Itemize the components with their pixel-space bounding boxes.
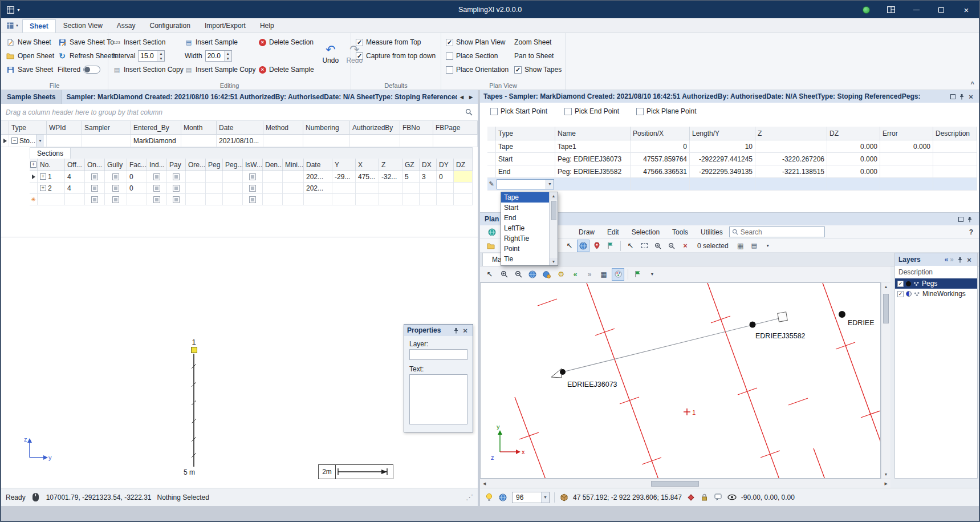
column-header[interactable]: Month [181, 121, 217, 135]
place-section-checkbox[interactable]: Place Section [446, 49, 509, 63]
pin-icon[interactable] [965, 215, 974, 224]
resize-grip-icon[interactable]: ⋰ [466, 493, 473, 501]
section-column-header[interactable]: Off... [65, 159, 85, 171]
interval-down-icon[interactable] [157, 56, 164, 61]
light-bulb-icon[interactable] [485, 493, 494, 502]
column-header[interactable]: Method [263, 121, 303, 135]
width-up-icon[interactable] [225, 51, 231, 56]
menu-selection[interactable]: Selection [625, 225, 666, 239]
pin-icon[interactable] [957, 92, 966, 101]
column-header[interactable]: WPId [47, 121, 82, 135]
cell-checkbox[interactable] [173, 173, 180, 180]
section-column-header[interactable]: Ind... [147, 159, 167, 171]
delete-sample-button[interactable]: Delete Sample [259, 63, 314, 76]
properties-titlebar[interactable]: Properties [404, 325, 473, 336]
select-rect-icon[interactable] [638, 240, 650, 252]
restore-icon[interactable] [948, 92, 957, 101]
capture-top-down-checkbox[interactable]: Capture from top down [356, 49, 436, 63]
pan-to-sheet-button[interactable]: Pan to Sheet [514, 49, 562, 63]
column-header[interactable]: Entered_By [131, 121, 181, 135]
section-column-header[interactable]: Fac... [127, 159, 147, 171]
cell-checkbox[interactable] [112, 173, 119, 180]
tape-start-marker[interactable] [551, 369, 562, 378]
width-down-icon[interactable] [225, 56, 231, 61]
dropdown-option[interactable]: Start [501, 203, 549, 213]
deselect-icon[interactable]: × [679, 240, 692, 252]
scroll-right-icon[interactable]: ▶ [885, 481, 890, 486]
sheet-type-dropdown-icon[interactable] [36, 135, 44, 147]
dropdown-scrollbar[interactable]: ▲ ▼ [549, 192, 558, 265]
menu-utilities[interactable]: Utilities [694, 225, 729, 239]
tapes-column-header[interactable]: Error [880, 127, 933, 140]
globe-icon[interactable] [498, 493, 507, 502]
close-button[interactable] [954, 1, 979, 18]
section-point-cross-icon[interactable] [684, 408, 690, 415]
new-sheet-button[interactable]: New Sheet [6, 35, 54, 49]
select-grid-icon[interactable] [734, 240, 747, 252]
application-menu-button[interactable]: ▼ [3, 19, 22, 33]
cell-checkbox[interactable] [112, 196, 119, 203]
layer-visibility-checkbox[interactable] [897, 291, 904, 297]
scroll-thumb[interactable] [551, 201, 556, 220]
cell-checkbox[interactable] [91, 173, 98, 180]
tapes-column-header[interactable]: Length/Y [690, 127, 755, 140]
restore-icon[interactable] [956, 215, 965, 224]
section-column-header[interactable]: Y [332, 159, 356, 171]
tapes-column-header[interactable]: Description [933, 127, 977, 140]
table-view-icon[interactable] [748, 240, 761, 252]
section-column-header[interactable]: Peg... [223, 159, 243, 171]
cell-checkbox[interactable] [112, 185, 119, 192]
dropdown-option[interactable]: RightTie [501, 233, 549, 244]
dropdown-option[interactable]: End [501, 213, 549, 223]
section-column-header[interactable]: No. [38, 159, 65, 171]
section-new-row[interactable] [30, 194, 473, 205]
tab-help[interactable]: Help [253, 19, 281, 33]
pick-cursor-icon[interactable] [563, 240, 576, 252]
grid-icon[interactable] [597, 268, 610, 281]
cell-checkbox[interactable] [153, 196, 160, 203]
cell-checkbox[interactable] [249, 185, 256, 192]
menu-tools[interactable]: Tools [666, 225, 694, 239]
section-column-header[interactable]: DY [437, 159, 454, 171]
section-column-header[interactable]: Pay [167, 159, 186, 171]
column-header[interactable]: AuthorizedBy [350, 121, 400, 135]
tape-edit-row[interactable] [487, 178, 977, 191]
column-header[interactable]: FBPage [433, 121, 478, 135]
globe-mode-icon[interactable] [577, 240, 589, 252]
flag-teal-icon[interactable] [604, 240, 617, 252]
chevron-right-icon[interactable] [950, 256, 954, 264]
measure-from-top-checkbox[interactable]: Measure from Top [356, 35, 436, 49]
expand-row-icon[interactable] [40, 173, 46, 180]
menu-edit[interactable]: Edit [601, 225, 625, 239]
cell-checkbox[interactable] [173, 196, 180, 203]
scroll-thumb[interactable] [651, 481, 699, 487]
scroll-up-icon[interactable]: ▲ [884, 282, 888, 289]
collapse-row-icon[interactable] [11, 137, 18, 144]
section-column-header[interactable]: DZ [454, 159, 473, 171]
insert-section-copy-button[interactable]: Insert Section Copy [113, 63, 180, 76]
section-column-header[interactable]: IsW... [243, 159, 263, 171]
help-button[interactable]: ? [963, 228, 979, 236]
cell-checkbox[interactable] [249, 196, 256, 203]
tapes-column-header[interactable]: Name [555, 127, 631, 140]
interval-stepper[interactable] [138, 50, 165, 62]
undo-button[interactable]: Undo [319, 35, 343, 72]
flag-green-icon[interactable] [632, 268, 644, 281]
search-input[interactable] [741, 228, 822, 236]
zoom-in-select-icon[interactable] [652, 240, 664, 252]
globe-teal-icon[interactable] [486, 226, 498, 238]
peg-point[interactable] [560, 369, 566, 375]
zoom-sheet-button[interactable]: Zoom Sheet [514, 35, 562, 49]
zoom-out-select-icon[interactable] [665, 240, 678, 252]
sections-tab[interactable]: Sections [30, 148, 71, 159]
section-column-header[interactable]: Den... [263, 159, 283, 171]
scroll-down-icon[interactable]: ▼ [550, 258, 558, 265]
section-column-header[interactable]: On... [85, 159, 105, 171]
scroll-down-icon[interactable]: ▼ [884, 472, 888, 479]
column-header[interactable]: Numbering [303, 121, 350, 135]
insert-section-button[interactable]: Insert Section [113, 35, 180, 49]
tape-row[interactable]: End Peg: EDRIEEJ35582 47566.336531 -2922… [487, 165, 977, 178]
group-by-bar[interactable]: Drag a column header here to group by th… [1, 104, 478, 121]
comment-icon[interactable] [714, 493, 723, 502]
chevron-left-icon[interactable] [945, 256, 949, 264]
